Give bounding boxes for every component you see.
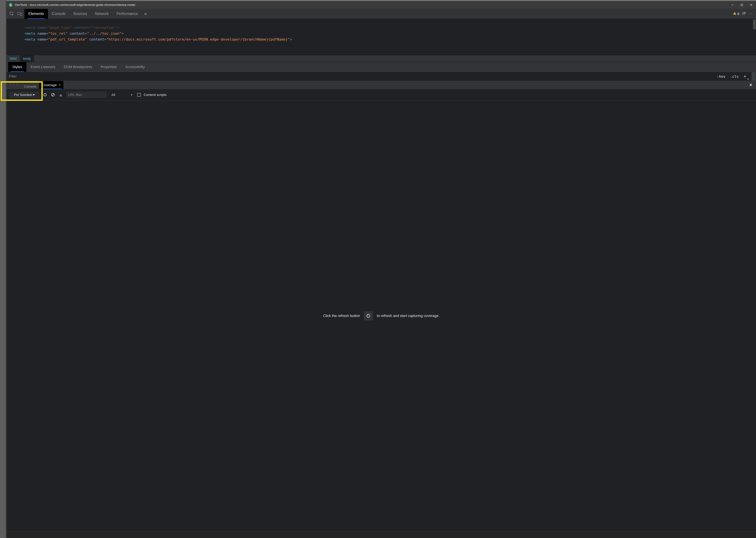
- dom-tree[interactable]: <meta name="page_type" content="conceptu…: [7, 19, 756, 55]
- svg-line-15: [52, 94, 54, 96]
- more-tabs-chevron-icon[interactable]: »: [142, 10, 149, 18]
- coverage-hint-pre: Click the refresh button: [323, 314, 360, 318]
- dom-attr: name: [37, 26, 46, 29]
- window-title: DevTools - docs.microsoft.com/en-us/micr…: [15, 3, 728, 7]
- drawer-tab-console[interactable]: Console: [22, 84, 39, 89]
- dropdown-triangle-icon: ▾: [33, 93, 35, 97]
- elements-subtabs: Styles Event Listeners DOM Breakpoints P…: [7, 62, 756, 72]
- dom-tag: <meta: [25, 31, 37, 35]
- window-maximize-button[interactable]: [737, 1, 746, 9]
- drawer-tab-coverage-label: Coverage: [42, 83, 57, 87]
- dom-value: "../../toc.json": [87, 31, 122, 35]
- tab-sources[interactable]: Sources: [70, 9, 91, 19]
- content-scripts-label: Content scripts: [144, 93, 167, 97]
- coverage-url-filter-input[interactable]: [66, 91, 107, 98]
- dom-tag: <meta: [25, 37, 37, 41]
- coverage-empty-state: Click the refresh button to refresh and …: [7, 100, 756, 531]
- coverage-mode-select[interactable]: Per function▾: [9, 91, 40, 98]
- dom-tag: >: [117, 26, 119, 29]
- dom-value: "conceptual": [91, 26, 117, 29]
- coverage-hint-post: to refresh and start capturing coverage.: [377, 314, 439, 318]
- dom-tag: <meta: [25, 26, 37, 29]
- dropdown-triangle-icon: ▾: [131, 93, 133, 97]
- dom-attr: name: [37, 37, 46, 41]
- close-icon[interactable]: ✕: [58, 83, 61, 87]
- tab-console[interactable]: Console: [48, 9, 70, 19]
- clear-icon[interactable]: [50, 92, 55, 97]
- subtab-properties[interactable]: Properties: [96, 62, 121, 72]
- feedback-icon[interactable]: [742, 11, 746, 16]
- window-minimize-button[interactable]: [728, 1, 737, 9]
- tab-network[interactable]: Network: [91, 9, 113, 19]
- content-scripts-checkbox[interactable]: [137, 93, 141, 97]
- dom-tag: >: [122, 31, 124, 35]
- drawer-footer: [7, 531, 756, 538]
- dom-tag: >: [290, 37, 292, 41]
- svg-rect-11: [734, 13, 735, 14]
- dom-attr: content: [89, 37, 104, 41]
- breadcrumb-html[interactable]: html: [7, 55, 20, 62]
- coverage-refresh-button[interactable]: [364, 311, 373, 320]
- drawer-drag-handle-icon[interactable]: ⋮⋮⋮: [7, 82, 22, 85]
- svg-point-13: [743, 12, 744, 14]
- inspect-element-icon[interactable]: [8, 10, 15, 18]
- dom-breadcrumb: html body: [7, 55, 756, 62]
- svg-rect-16: [60, 96, 62, 96]
- settings-more-icon[interactable]: ⋯: [749, 12, 753, 16]
- tab-elements[interactable]: Elements: [25, 9, 48, 19]
- tab-performance[interactable]: Performance: [113, 9, 142, 19]
- titlebar: DevTools - docs.microsoft.com/en-us/micr…: [7, 1, 756, 9]
- subtab-accessibility[interactable]: Accessibility: [121, 62, 149, 72]
- reload-icon[interactable]: [43, 92, 48, 97]
- subtab-dom-breakpoints[interactable]: DOM Breakpoints: [60, 62, 96, 72]
- device-toolbar-icon[interactable]: [16, 10, 24, 18]
- window-left-edge: [0, 0, 7, 538]
- dom-attr: content: [74, 26, 89, 29]
- export-icon[interactable]: [58, 92, 63, 97]
- computed-color-swatch[interactable]: [751, 72, 756, 81]
- drawer-close-button[interactable]: ✕: [749, 83, 752, 87]
- subtab-event-listeners[interactable]: Event Listeners: [27, 62, 60, 72]
- styles-filter-input[interactable]: [7, 72, 103, 81]
- styles-filter-row: :hov .cls + ◢: [7, 72, 756, 81]
- main-tab-strip: Elements Console Sources Network Perform…: [7, 9, 756, 19]
- drawer-tab-strip: ⋮⋮⋮ Console Coverage ✕ ✕: [7, 81, 756, 89]
- svg-rect-12: [734, 14, 735, 14]
- subtab-styles[interactable]: Styles: [8, 62, 27, 72]
- dom-attr: content: [70, 31, 85, 35]
- hov-toggle[interactable]: :hov: [715, 75, 728, 79]
- warning-count: 6: [737, 12, 739, 16]
- svg-rect-10: [20, 13, 22, 16]
- warning-triangle-icon: [733, 12, 736, 16]
- coverage-mode-label: Per function: [14, 93, 32, 97]
- cls-toggle[interactable]: .cls: [728, 75, 741, 79]
- dom-attr: name: [37, 31, 46, 35]
- dom-value: "https://docs.microsoft.com/pdfstore/en-…: [106, 37, 290, 41]
- window-close-button[interactable]: [746, 1, 756, 9]
- dom-scrollbar-thumb[interactable]: [753, 20, 756, 29]
- coverage-toolbar: Per function▾ All ▾ Content scripts: [7, 89, 756, 100]
- coverage-type-filter-select[interactable]: All ▾: [110, 91, 134, 98]
- devtools-window: DevTools - docs.microsoft.com/en-us/micr…: [7, 1, 756, 538]
- breadcrumb-body[interactable]: body: [20, 55, 34, 62]
- svg-rect-5: [741, 4, 743, 6]
- dom-value: "page_type": [48, 26, 72, 29]
- dom-value: "pdf_url_template": [48, 37, 87, 41]
- drawer-tab-console-label: Console: [24, 84, 37, 88]
- coverage-type-filter-label: All: [111, 93, 115, 97]
- drawer-tab-coverage[interactable]: Coverage ✕: [39, 81, 63, 89]
- dom-value: "toc_rel": [48, 31, 68, 35]
- devtools-app-icon: [9, 3, 13, 7]
- svg-rect-3: [10, 6, 12, 7]
- warnings-badge[interactable]: 6: [733, 12, 739, 16]
- svg-point-2: [10, 4, 11, 5]
